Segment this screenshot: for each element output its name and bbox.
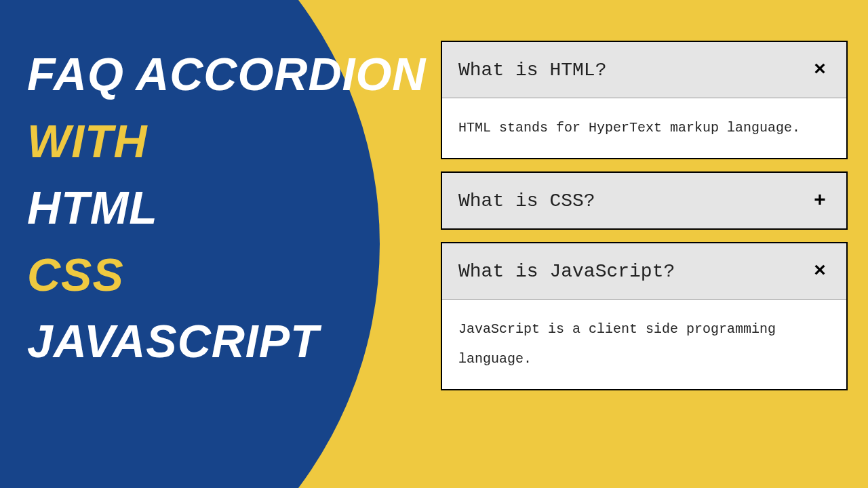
- plus-icon[interactable]: +: [810, 189, 830, 212]
- faq-header-js[interactable]: What is JavaScript? ×: [442, 243, 846, 300]
- hero-line-3: HTML: [27, 174, 426, 241]
- close-icon[interactable]: ×: [810, 58, 830, 81]
- faq-accordion: What is HTML? × HTML stands for HyperTex…: [441, 41, 848, 390]
- close-icon[interactable]: ×: [810, 260, 830, 283]
- faq-item-html: What is HTML? × HTML stands for HyperTex…: [441, 41, 848, 159]
- faq-answer-html: HTML stands for HyperText markup languag…: [442, 98, 846, 158]
- hero-line-4: CSS: [27, 241, 426, 308]
- faq-item-css: What is CSS? +: [441, 171, 848, 230]
- faq-item-js: What is JavaScript? × JavaScript is a cl…: [441, 242, 848, 390]
- faq-question-label: What is CSS?: [458, 190, 595, 211]
- faq-question-label: What is JavaScript?: [458, 261, 675, 282]
- faq-question-label: What is HTML?: [458, 60, 606, 81]
- hero-line-1: FAQ ACCORDION: [27, 41, 426, 108]
- faq-header-html[interactable]: What is HTML? ×: [442, 42, 846, 98]
- faq-answer-js: JavaScript is a client side programming …: [442, 300, 846, 389]
- hero-title: FAQ ACCORDION WITH HTML CSS JAVASCRIPT: [27, 41, 426, 375]
- hero-line-5: JAVASCRIPT: [27, 308, 426, 375]
- hero-line-2: WITH: [27, 108, 426, 175]
- faq-header-css[interactable]: What is CSS? +: [442, 173, 846, 228]
